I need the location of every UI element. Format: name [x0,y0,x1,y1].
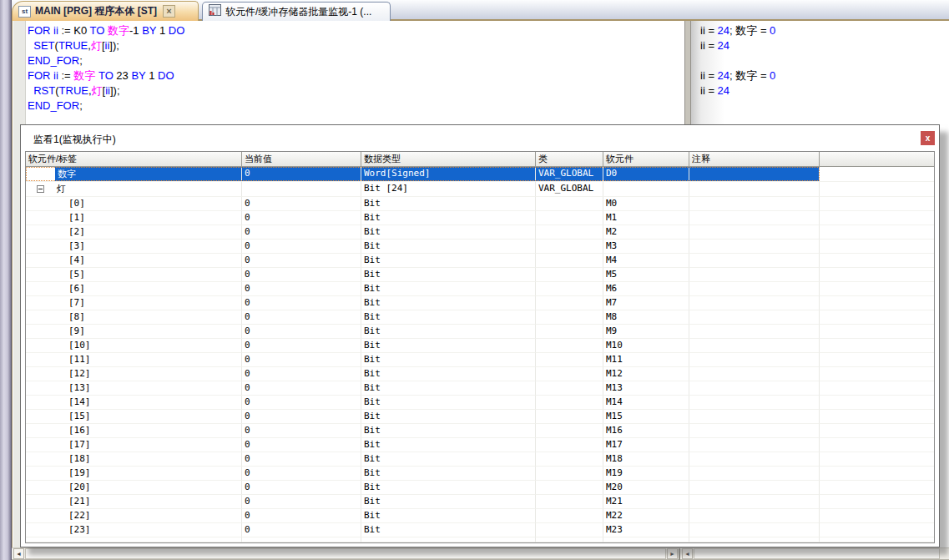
horizontal-scrollbar[interactable]: ◄ ► ◄ [12,547,949,560]
watch-table-row[interactable]: [16]0BitM16 [26,424,934,438]
watch-cell-comment[interactable] [689,325,820,339]
watch-cell-device[interactable]: M9 [603,325,689,339]
watch-cell-type[interactable]: Bit [361,367,536,381]
watch-cell-value[interactable]: 0 [242,367,361,381]
watch-cell-value[interactable]: 0 [242,396,361,410]
watch-cell-class[interactable] [536,481,603,495]
watch-column-header[interactable]: 注释 [689,152,820,166]
watch-cell-comment[interactable] [689,339,820,353]
watch-cell-device[interactable]: M12 [603,367,689,381]
watch-cell-type[interactable]: Bit [361,523,536,537]
watch-cell-type[interactable]: Bit [361,396,536,410]
watch-cell-type[interactable]: Bit [361,381,536,396]
watch-cell-type[interactable]: Bit [361,282,536,296]
watch-cell-name[interactable]: [8] [26,310,242,325]
watch-cell-comment[interactable] [689,211,820,225]
watch-table-row[interactable]: [14]0BitM14 [26,396,934,410]
watch-cell-comment[interactable] [689,509,820,523]
watch-cell-comment[interactable] [689,381,820,396]
watch-cell-name[interactable]: [12] [26,367,242,381]
watch-cell-value[interactable]: 0 [242,381,361,396]
watch-cell-device[interactable]: M21 [603,495,689,509]
watch-cell-type[interactable]: Word[Signed] [361,167,536,182]
watch-cell-class[interactable] [536,367,603,381]
watch-cell-type[interactable]: Bit [361,296,536,310]
watch-column-header[interactable]: 软元件/标签 [26,152,242,166]
watch-cell-comment[interactable] [689,367,820,381]
watch-cell-name[interactable]: [16] [26,424,242,438]
watch-cell-value[interactable] [242,182,361,197]
watch-cell-device[interactable]: M3 [603,240,689,254]
watch-table-row[interactable]: [8]0BitM8 [26,310,934,325]
watch-cell-name[interactable]: [13] [26,381,242,396]
watch-cell-class[interactable] [536,452,603,467]
watch-cell-comment[interactable] [689,523,820,537]
watch-cell-value[interactable]: 0 [242,353,361,367]
watch-cell-name[interactable]: [22] [26,509,242,523]
watch-column-header[interactable]: 当前值 [242,152,361,166]
watch-cell-name[interactable]: [9] [26,325,242,339]
watch-table-row[interactable]: [12]0BitM12 [26,367,934,381]
tab-main-prg-st[interactable]: st MAIN [PRG] 程序本体 [ST] × [12,1,199,21]
watch-cell-class[interactable] [536,325,603,339]
watch-table-row[interactable]: [11]0BitM11 [26,353,934,367]
collapse-minus-icon[interactable] [37,185,44,193]
watch-cell-type[interactable]: Bit [361,339,536,353]
watch-column-header[interactable]: 数据类型 [361,152,536,166]
watch-cell-device[interactable]: D0 [603,167,689,182]
watch-cell-comment[interactable] [689,424,820,438]
watch-cell-class[interactable] [536,339,603,353]
watch-cell-value[interactable]: 0 [242,452,361,467]
watch-cell-name[interactable]: [10] [26,339,242,353]
watch-cell-comment[interactable] [689,268,820,282]
watch-cell-type[interactable]: Bit [361,240,536,254]
watch-cell-device[interactable]: M2 [603,225,689,240]
watch-cell-comment[interactable] [689,353,820,367]
watch-cell-device[interactable]: M4 [603,254,689,268]
watch-table-row[interactable]: [5]0BitM5 [26,268,934,282]
watch-cell-type[interactable]: Bit [361,268,536,282]
watch-cell-value[interactable]: 0 [242,424,361,438]
watch-cell-name[interactable]: [3] [26,240,242,254]
watch-cell-name[interactable]: [21] [26,495,242,509]
watch-cell-class[interactable] [536,310,603,325]
watch-cell-comment[interactable] [689,240,820,254]
watch-cell-device[interactable]: M10 [603,339,689,353]
watch-cell-type[interactable]: Bit [361,211,536,225]
watch-cell-device[interactable]: M15 [603,410,689,424]
watch-cell-name[interactable]: [5] [26,268,242,282]
watch-cell-name[interactable]: [18] [26,452,242,467]
watch-table-row[interactable]: [2]0BitM2 [26,225,934,240]
watch-cell-class[interactable]: VAR_GLOBAL [536,182,603,197]
watch-table-row[interactable]: [23]0BitM23 [26,523,934,537]
watch-cell-device[interactable]: M7 [603,296,689,310]
watch-cell-type[interactable]: Bit [361,225,536,240]
watch-cell-device[interactable]: M18 [603,452,689,467]
code-line[interactable]: FOR ii := 数字 TO 23 BY 1 DO [28,68,184,83]
watch-cell-value[interactable]: 0 [242,254,361,268]
watch-cell-type[interactable]: Bit [361,254,536,268]
scroll-thumb[interactable] [25,548,666,559]
code-line[interactable]: RST(TRUE,灯[ii]); [28,83,184,98]
watch-table-row[interactable]: [3]0BitM3 [26,240,934,254]
watch-cell-device[interactable] [603,182,689,197]
watch-cell-comment[interactable] [689,396,820,410]
watch-cell-comment[interactable] [689,410,820,424]
watch-cell-value[interactable]: 0 [242,268,361,282]
watch-table-row[interactable]: [17]0BitM17 [26,438,934,452]
watch-cell-device[interactable]: M14 [603,396,689,410]
watch-cell-value[interactable]: 0 [242,310,361,325]
watch-table-row[interactable]: [1]0BitM1 [26,211,934,225]
watch-cell-name[interactable]: [0] [26,197,242,211]
watch-cell-value[interactable]: 0 [242,523,361,537]
watch-cell-name[interactable]: [23] [26,523,242,537]
watch-cell-class[interactable] [536,197,603,211]
watch-cell-name[interactable]: [14] [26,396,242,410]
watch-cell-device[interactable]: M6 [603,282,689,296]
scroll-left-icon[interactable]: ◄ [13,548,24,559]
watch-cell-value[interactable]: 0 [242,495,361,509]
code-line[interactable]: SET(TRUE,灯[ii]); [28,38,184,53]
watch-cell-device[interactable]: M13 [603,381,689,396]
watch-cell-type[interactable]: Bit [361,353,536,367]
watch-cell-class[interactable]: VAR_GLOBAL [536,167,603,182]
